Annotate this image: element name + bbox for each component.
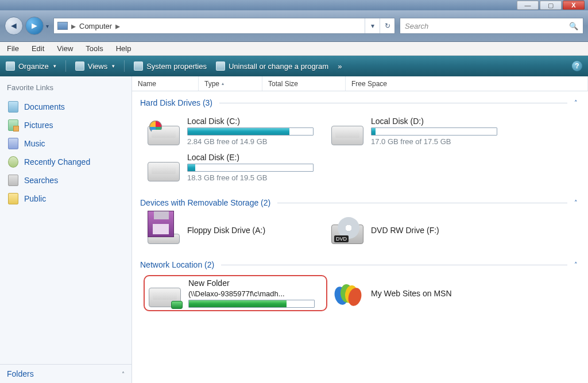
refresh-button[interactable]: ↻ [380, 18, 394, 33]
usage-bar [187, 164, 314, 172]
recent-icon [8, 156, 18, 168]
forward-button[interactable]: ► [25, 17, 44, 35]
drive-e[interactable]: Local Disk (E:) 18.3 GB free of 19.5 GB [144, 149, 327, 185]
cmd-sep [65, 60, 66, 72]
breadcrumb-location[interactable]: Computer [79, 22, 112, 30]
explorer-window: — ▢ X ◄ ► ▾ ▸ Computer ▸ ▾ ↻ Search 🔍 Fi… [0, 0, 588, 383]
search-input[interactable]: Search 🔍 [400, 18, 583, 34]
usage-bar [188, 300, 315, 308]
usage-bar [187, 127, 314, 136]
maximize-button[interactable]: ▢ [540, 1, 562, 10]
collapse-icon[interactable]: ˄ [572, 261, 580, 269]
cmd-sep [124, 60, 125, 72]
group-header-hdd[interactable]: Hard Disk Drives (3) ˄ [140, 96, 580, 110]
body: Favorite Links Documents Pictures Music … [0, 76, 588, 383]
searches-icon [8, 175, 18, 186]
column-headers: Name Type Total Size Free Space [132, 76, 588, 91]
address-actions: ▾ ↻ [365, 18, 394, 33]
folders-toggle[interactable]: Folders ˄ [0, 364, 131, 383]
history-dropdown[interactable]: ▾ [46, 23, 49, 29]
search-icon[interactable]: 🔍 [569, 22, 578, 30]
titlebar: — ▢ X [0, 0, 588, 10]
hdd-icon [148, 162, 180, 181]
col-name[interactable]: Name [132, 76, 199, 91]
group-network: Network Location (2) ˄ New Folder (\\Del… [132, 253, 588, 317]
menu-bar: File Edit View Tools Help [0, 42, 588, 56]
hdd-icon [331, 126, 363, 145]
col-total-size[interactable]: Total Size [262, 76, 346, 91]
link-recently-changed[interactable]: Recently Changed [7, 153, 125, 171]
link-documents[interactable]: Documents [7, 98, 125, 116]
uninstall-icon [216, 61, 225, 71]
menu-tools[interactable]: Tools [86, 44, 103, 53]
views-icon [75, 61, 84, 71]
breadcrumb-sep[interactable]: ▸ [115, 21, 120, 32]
link-public[interactable]: Public [7, 189, 125, 208]
computer-icon [57, 22, 68, 30]
dvd-icon [331, 225, 363, 244]
more-commands-button[interactable]: » [338, 62, 342, 71]
hdd-icon [148, 126, 180, 145]
floppy-icon [148, 211, 180, 244]
drive-dvd[interactable]: DVD RW Drive (F:) [327, 213, 511, 247]
help-button[interactable]: ? [572, 61, 582, 71]
command-bar: Organize Views System properties Uninsta… [0, 56, 588, 76]
menu-edit[interactable]: Edit [32, 44, 44, 53]
menu-file[interactable]: File [7, 44, 19, 53]
network-drive-new-folder[interactable]: New Folder (\\Delaxo-9385977f\c\madh... [144, 275, 327, 311]
close-button[interactable]: X [563, 1, 585, 10]
collapse-icon[interactable]: ˄ [572, 99, 580, 107]
views-button[interactable]: Views [75, 61, 115, 71]
organize-icon [6, 61, 15, 71]
minimize-button[interactable]: — [517, 1, 539, 10]
network-drive-icon [149, 288, 181, 307]
back-button[interactable]: ◄ [5, 17, 23, 35]
group-hard-disk: Hard Disk Drives (3) ˄ Local Disk (C:) 2… [132, 91, 588, 191]
navigation-bar: ◄ ► ▾ ▸ Computer ▸ ▾ ↻ Search 🔍 [0, 10, 588, 42]
link-searches[interactable]: Searches [7, 171, 125, 189]
favorite-links-header: Favorite Links [7, 83, 125, 92]
documents-icon [8, 101, 18, 113]
msn-icon [335, 284, 360, 307]
search-placeholder: Search [405, 22, 428, 30]
sysprops-icon [134, 61, 143, 71]
system-properties-button[interactable]: System properties [134, 61, 207, 71]
chevron-up-icon: ˄ [122, 371, 125, 377]
address-bar[interactable]: ▸ Computer ▸ ▾ ↻ [53, 18, 395, 34]
usage-bar [371, 127, 497, 136]
network-msn[interactable]: My Web Sites on MSN [327, 275, 511, 311]
address-dropdown[interactable]: ▾ [365, 18, 380, 33]
breadcrumb-sep: ▸ [71, 21, 76, 32]
col-type[interactable]: Type [199, 76, 262, 91]
public-icon [8, 193, 18, 204]
pictures-icon [8, 119, 18, 131]
drive-d[interactable]: Local Disk (D:) 17.0 GB free of 17.5 GB [327, 113, 511, 149]
group-header-removable[interactable]: Devices with Removable Storage (2) ˄ [140, 196, 580, 210]
uninstall-program-button[interactable]: Uninstall or change a program [216, 61, 328, 71]
group-removable: Devices with Removable Storage (2) ˄ Flo… [132, 191, 588, 253]
group-header-network[interactable]: Network Location (2) ˄ [140, 258, 580, 272]
organize-button[interactable]: Organize [6, 61, 56, 71]
drive-c[interactable]: Local Disk (C:) 2.84 GB free of 14.9 GB [144, 113, 327, 149]
menu-view[interactable]: View [57, 44, 73, 53]
content-pane: Name Type Total Size Free Space Hard Dis… [132, 76, 588, 383]
music-icon [8, 138, 18, 149]
link-music[interactable]: Music [7, 134, 125, 153]
sidebar: Favorite Links Documents Pictures Music … [0, 76, 132, 383]
collapse-icon[interactable]: ˄ [572, 199, 580, 207]
drive-floppy[interactable]: Floppy Disk Drive (A:) [144, 213, 327, 247]
menu-help[interactable]: Help [116, 44, 131, 53]
col-free-space[interactable]: Free Space [346, 76, 588, 91]
link-pictures[interactable]: Pictures [7, 116, 125, 134]
